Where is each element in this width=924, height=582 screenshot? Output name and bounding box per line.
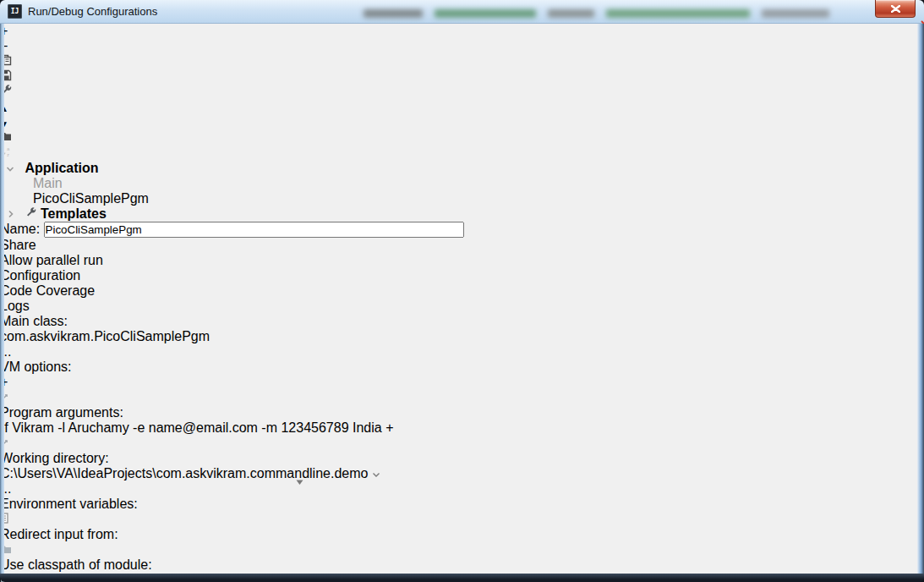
collapse-triangle-icon[interactable] bbox=[296, 480, 303, 486]
move-down-button[interactable]: ▼ bbox=[0, 115, 924, 130]
sort-alphabetically-button[interactable]: az bbox=[0, 146, 924, 161]
vm-options-label: VM options: bbox=[0, 360, 71, 374]
tree-item-label: Application bbox=[25, 161, 98, 175]
remove-configuration-button[interactable]: − bbox=[0, 39, 924, 54]
title-bar[interactable]: IJ Run/Debug Configurations bbox=[0, 0, 924, 24]
chevron-down-icon bbox=[6, 166, 14, 173]
working-directory-field[interactable]: C:\Users\VA\IdeaProjects\com.askvikram.c… bbox=[0, 466, 924, 481]
wrench-icon bbox=[25, 207, 36, 218]
intellij-logo-icon: IJ bbox=[8, 4, 22, 19]
main-class-field[interactable]: com.askvikram.PicoCliSamplePgm bbox=[0, 329, 924, 344]
main-class-label: Main class: bbox=[0, 314, 68, 328]
chevron-right-icon bbox=[8, 210, 14, 218]
tab-logs[interactable]: Logs bbox=[0, 299, 924, 314]
redirect-input-field bbox=[0, 542, 924, 557]
allow-parallel-run-checkbox[interactable]: Allow parallel run bbox=[0, 253, 924, 268]
working-directory-browse-button[interactable]: ... bbox=[0, 481, 924, 497]
background-glass-blur bbox=[364, 8, 854, 19]
window-frame-bottom bbox=[0, 574, 924, 582]
create-folder-button[interactable] bbox=[0, 130, 924, 146]
share-checkbox[interactable]: Share bbox=[0, 238, 924, 253]
share-label: Share bbox=[0, 238, 36, 252]
tree-item-application[interactable]: Application bbox=[0, 161, 924, 176]
allow-parallel-run-label: Allow parallel run bbox=[0, 253, 103, 267]
close-x-icon bbox=[891, 5, 900, 13]
window-frame-right bbox=[917, 24, 924, 575]
tree-item-label: PicoCliSamplePgm bbox=[33, 191, 149, 206]
redirect-input-label: Redirect input from: bbox=[0, 527, 118, 541]
edit-defaults-button[interactable] bbox=[0, 85, 924, 100]
tab-code-coverage[interactable]: Code Coverage bbox=[0, 283, 924, 299]
environment-variables-field[interactable] bbox=[0, 512, 924, 527]
close-window-button[interactable] bbox=[875, 0, 916, 18]
configurations-tree: Application Main PicoCliSamplePgm Templa… bbox=[0, 161, 924, 222]
tree-item-label: Main bbox=[33, 176, 63, 190]
program-arguments-field[interactable]: -f Vikram -l Aruchamy -e name@email.com … bbox=[0, 420, 924, 436]
dialog-body: + − ▲ ▼ az Application bbox=[0, 24, 924, 574]
save-configuration-button[interactable] bbox=[0, 69, 924, 85]
name-label: Name: bbox=[0, 222, 40, 236]
tree-item-main[interactable]: Main bbox=[0, 176, 924, 191]
vm-options-expand-button[interactable] bbox=[0, 390, 924, 405]
tab-configuration[interactable]: Configuration bbox=[0, 268, 924, 283]
program-arguments-expand-button[interactable] bbox=[0, 436, 924, 451]
window-frame-left bbox=[0, 24, 4, 575]
move-up-button[interactable]: ▲ bbox=[0, 100, 924, 115]
main-class-browse-button[interactable]: ... bbox=[0, 344, 924, 360]
classpath-module-label: Use classpath of module: bbox=[0, 557, 152, 572]
working-directory-label: Working directory: bbox=[0, 451, 109, 465]
name-input[interactable] bbox=[44, 222, 464, 238]
svg-text:a: a bbox=[7, 146, 10, 151]
tree-item-templates[interactable]: Templates bbox=[0, 206, 924, 222]
tree-item-picoclisamplepgm-selected[interactable]: PicoCliSamplePgm bbox=[0, 191, 924, 206]
add-macro-icon[interactable]: + bbox=[385, 420, 393, 435]
program-arguments-value: -f Vikram -l Aruchamy -e name@email.com … bbox=[0, 420, 382, 435]
program-arguments-label: Program arguments: bbox=[0, 405, 123, 420]
redirect-input-checkbox[interactable]: Redirect input from: bbox=[0, 527, 924, 542]
window-title: Run/Debug Configurations bbox=[28, 5, 157, 18]
working-directory-value: C:\Users\VA\IdeaProjects\com.askvikram.c… bbox=[0, 466, 368, 480]
svg-text:z: z bbox=[7, 152, 9, 157]
chevron-down-icon[interactable] bbox=[372, 472, 380, 478]
tree-item-label: Templates bbox=[41, 206, 107, 221]
main-class-value: com.askvikram.PicoCliSamplePgm bbox=[0, 329, 210, 343]
run-debug-configurations-window: IJ Run/Debug Configurations + − ▲ ▼ bbox=[0, 0, 924, 582]
copy-configuration-button[interactable] bbox=[0, 54, 924, 69]
vm-options-field[interactable]: + bbox=[0, 375, 924, 390]
add-configuration-button[interactable]: + bbox=[0, 24, 924, 39]
environment-variables-label: Environment variables: bbox=[0, 497, 138, 511]
